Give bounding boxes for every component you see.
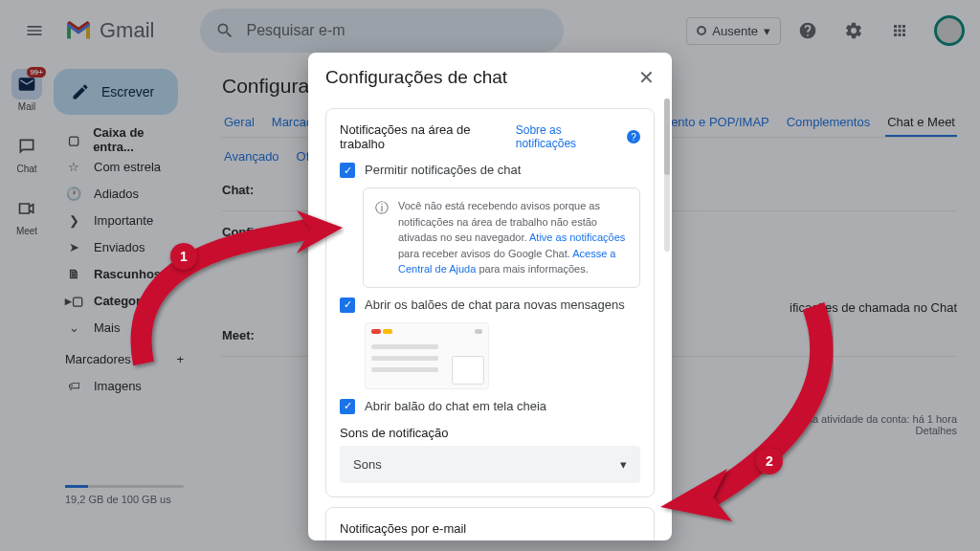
allow-notifications-checkbox[interactable]: ✓ Permitir notificações de chat xyxy=(340,163,640,178)
sounds-label: Sons de notificação xyxy=(340,426,640,440)
section-title: Notificações na área de trabalho xyxy=(340,122,516,151)
close-icon[interactable]: ✕ xyxy=(638,66,655,89)
checkbox-checked-icon: ✓ xyxy=(340,163,355,178)
desktop-notifications-card: Notificações na área de trabalho Sobre a… xyxy=(325,108,655,497)
info-icon: ⓘ xyxy=(375,198,389,277)
scrollbar[interactable] xyxy=(664,99,670,252)
checkbox-checked-icon: ✓ xyxy=(340,399,355,414)
section-title: Notificações por e-mail xyxy=(340,521,466,536)
dropdown-arrow-icon: ▾ xyxy=(620,457,627,472)
open-balloons-checkbox[interactable]: ✓ Abrir os balões de chat para novas men… xyxy=(340,298,640,313)
email-notifications-card: Notificações por e-mail Receber um e-mai… xyxy=(325,507,655,541)
enable-notifications-link[interactable]: Ative as notificações xyxy=(529,231,625,243)
chat-settings-dialog: Configurações de chat ✕ Notificações na … xyxy=(308,53,672,540)
fullscreen-balloon-checkbox[interactable]: ✓ Abrir balão do chat em tela cheia xyxy=(340,399,640,414)
preview-thumbnail xyxy=(365,322,489,389)
help-badge-icon: ? xyxy=(627,130,640,143)
annotation-arrow-2 xyxy=(651,297,861,526)
dialog-title: Configurações de chat xyxy=(325,67,507,88)
sounds-dropdown[interactable]: Sons ▾ xyxy=(340,446,640,483)
about-notifications-link[interactable]: Sobre as notificações ? xyxy=(516,123,640,150)
annotation-arrow-1 xyxy=(124,210,345,383)
info-box: ⓘ Você não está recebendo avisos porque … xyxy=(363,187,640,288)
